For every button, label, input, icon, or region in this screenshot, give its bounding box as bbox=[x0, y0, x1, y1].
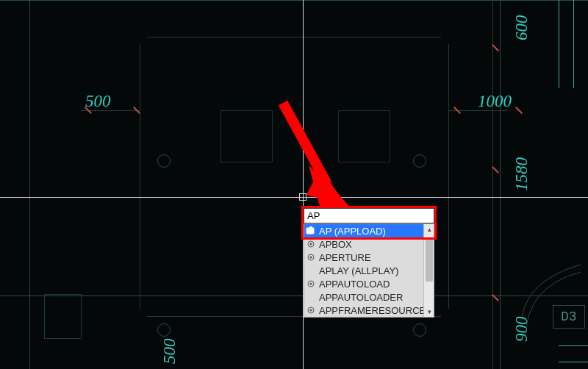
autocomplete-label: APBOX bbox=[319, 239, 432, 250]
autocomplete-label: AP (APPLOAD) bbox=[319, 226, 432, 237]
autocomplete-item[interactable]: APERTURE bbox=[304, 251, 434, 264]
autocomplete-item[interactable]: APLAY (ALLPLAY) bbox=[304, 264, 434, 277]
blank-icon bbox=[306, 292, 316, 302]
svg-rect-2 bbox=[306, 228, 314, 234]
scroll-down-icon[interactable]: ▾ bbox=[424, 307, 434, 317]
cad-canvas[interactable]: 500 1000 600 1580 900 500 D3 bbox=[0, 0, 588, 369]
dimension-label: 1580 bbox=[512, 157, 531, 191]
autocomplete-label: APLAY (ALLPLAY) bbox=[319, 265, 432, 276]
pickbox bbox=[299, 193, 306, 201]
crosshair-horizontal bbox=[0, 197, 588, 198]
load-icon bbox=[306, 226, 316, 236]
column-marker bbox=[413, 323, 426, 337]
autocomplete-item[interactable]: APPAUTOLOAD bbox=[304, 277, 434, 290]
command-line: AP (APPLOAD) APBOX APERTURE APLAY (ALLPL… bbox=[304, 208, 434, 223]
dimension-label: 600 bbox=[512, 15, 531, 41]
svg-point-6 bbox=[310, 257, 312, 259]
autocomplete-label: APPFRAMERESOURCES bbox=[319, 305, 432, 316]
autocomplete-item[interactable]: APPAUTOLOADER bbox=[304, 290, 434, 304]
autocomplete-label: APERTURE bbox=[319, 252, 432, 263]
autocomplete-item[interactable]: APBOX bbox=[304, 237, 434, 251]
column-marker bbox=[157, 323, 171, 337]
scroll-thumb[interactable] bbox=[426, 237, 433, 282]
scroll-up-icon[interactable]: ▴ bbox=[424, 224, 434, 234]
autocomplete-label: APPAUTOLOADER bbox=[319, 292, 432, 303]
column-marker bbox=[157, 154, 171, 168]
autocomplete-item[interactable]: AP (APPLOAD) bbox=[304, 224, 434, 237]
autocomplete-dropdown: AP (APPLOAD) APBOX APERTURE APLAY (ALLPL… bbox=[304, 223, 434, 318]
autocomplete-scrollbar[interactable]: ▴ ▾ bbox=[423, 224, 434, 317]
gear-icon bbox=[306, 279, 316, 289]
gear-icon bbox=[306, 252, 316, 262]
gear-icon bbox=[306, 305, 316, 315]
blank-icon bbox=[306, 265, 316, 276]
autocomplete-item[interactable]: APPFRAMERESOURCES bbox=[304, 304, 434, 317]
dimension-label: 500 bbox=[85, 92, 111, 111]
gear-icon bbox=[306, 239, 316, 249]
dimension-label: 1000 bbox=[478, 92, 512, 111]
command-input[interactable] bbox=[304, 208, 434, 223]
autocomplete-label: APPAUTOLOAD bbox=[319, 279, 432, 290]
arc-detail bbox=[522, 257, 588, 345]
svg-point-4 bbox=[310, 243, 312, 246]
column-marker bbox=[413, 154, 426, 168]
svg-point-10 bbox=[310, 309, 312, 312]
dimension-label: 500 bbox=[160, 339, 179, 365]
svg-point-8 bbox=[310, 283, 312, 285]
